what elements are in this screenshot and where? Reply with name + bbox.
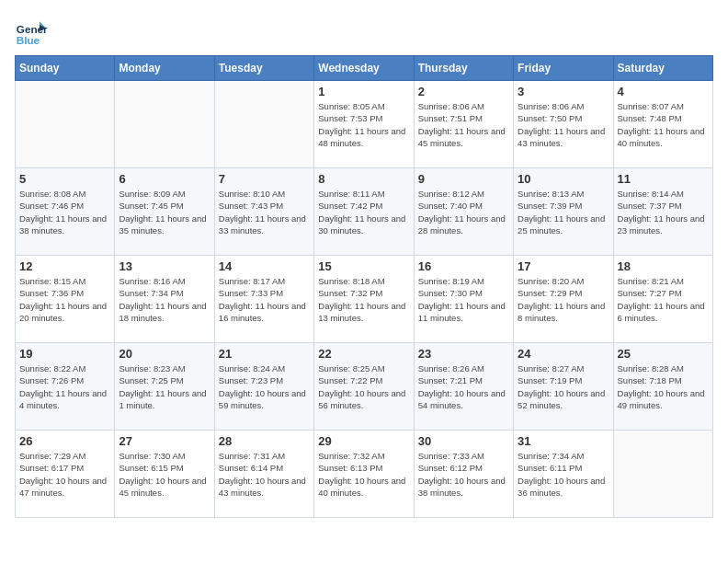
- empty-cell: [16, 81, 115, 168]
- day-cell-13: 13Sunrise: 8:16 AMSunset: 7:34 PMDayligh…: [115, 256, 214, 343]
- empty-cell: [214, 81, 313, 168]
- day-number: 24: [518, 347, 609, 361]
- day-number: 13: [119, 259, 210, 273]
- day-cell-14: 14Sunrise: 8:17 AMSunset: 7:33 PMDayligh…: [214, 256, 313, 343]
- empty-cell: [115, 81, 214, 168]
- day-number: 16: [418, 259, 509, 273]
- day-cell-19: 19Sunrise: 8:22 AMSunset: 7:26 PMDayligh…: [16, 343, 115, 431]
- day-number: 28: [219, 434, 310, 448]
- svg-text:Blue: Blue: [17, 34, 40, 46]
- day-info: Sunrise: 8:09 AMSunset: 7:45 PMDaylight:…: [119, 188, 210, 236]
- logo: General Blue: [15, 15, 48, 48]
- week-row-2: 5Sunrise: 8:08 AMSunset: 7:46 PMDaylight…: [16, 168, 713, 256]
- day-cell-21: 21Sunrise: 8:24 AMSunset: 7:23 PMDayligh…: [214, 343, 313, 431]
- empty-cell: [613, 431, 712, 518]
- day-cell-18: 18Sunrise: 8:21 AMSunset: 7:27 PMDayligh…: [613, 256, 712, 343]
- day-cell-29: 29Sunrise: 7:32 AMSunset: 6:13 PMDayligh…: [314, 431, 414, 518]
- day-number: 31: [518, 434, 609, 448]
- day-info: Sunrise: 8:12 AMSunset: 7:40 PMDaylight:…: [418, 188, 509, 236]
- day-info: Sunrise: 8:11 AMSunset: 7:42 PMDaylight:…: [318, 188, 409, 236]
- day-number: 17: [518, 259, 609, 273]
- day-info: Sunrise: 8:22 AMSunset: 7:26 PMDaylight:…: [19, 362, 110, 411]
- day-info: Sunrise: 8:18 AMSunset: 7:32 PMDaylight:…: [318, 275, 409, 324]
- day-cell-27: 27Sunrise: 7:30 AMSunset: 6:15 PMDayligh…: [115, 431, 214, 518]
- day-cell-7: 7Sunrise: 8:10 AMSunset: 7:43 PMDaylight…: [214, 168, 313, 256]
- day-number: 19: [19, 347, 110, 361]
- day-number: 10: [518, 172, 609, 186]
- col-header-thursday: Thursday: [414, 56, 513, 81]
- day-number: 3: [518, 85, 609, 98]
- day-info: Sunrise: 8:07 AMSunset: 7:48 PMDaylight:…: [618, 100, 709, 149]
- day-number: 29: [318, 434, 409, 448]
- day-cell-15: 15Sunrise: 8:18 AMSunset: 7:32 PMDayligh…: [314, 256, 414, 343]
- day-number: 9: [418, 172, 509, 186]
- day-number: 25: [618, 347, 709, 361]
- day-info: Sunrise: 8:25 AMSunset: 7:22 PMDaylight:…: [318, 362, 409, 411]
- col-header-tuesday: Tuesday: [214, 56, 313, 81]
- day-cell-26: 26Sunrise: 7:29 AMSunset: 6:17 PMDayligh…: [16, 431, 115, 518]
- day-number: 27: [119, 434, 210, 448]
- day-cell-2: 2Sunrise: 8:06 AMSunset: 7:51 PMDaylight…: [414, 81, 513, 168]
- day-info: Sunrise: 8:19 AMSunset: 7:30 PMDaylight:…: [418, 275, 509, 324]
- day-cell-31: 31Sunrise: 7:34 AMSunset: 6:11 PMDayligh…: [514, 431, 613, 518]
- day-info: Sunrise: 7:34 AMSunset: 6:11 PMDaylight:…: [518, 450, 609, 499]
- day-number: 11: [618, 172, 709, 186]
- col-header-sunday: Sunday: [16, 56, 115, 81]
- col-header-monday: Monday: [115, 56, 214, 81]
- day-info: Sunrise: 8:23 AMSunset: 7:25 PMDaylight:…: [119, 362, 210, 411]
- calendar: SundayMondayTuesdayWednesdayThursdayFrid…: [15, 55, 713, 518]
- day-number: 8: [318, 172, 409, 186]
- week-row-4: 19Sunrise: 8:22 AMSunset: 7:26 PMDayligh…: [16, 343, 713, 431]
- calendar-header-row: SundayMondayTuesdayWednesdayThursdayFrid…: [16, 56, 713, 81]
- day-number: 26: [19, 434, 110, 448]
- day-cell-6: 6Sunrise: 8:09 AMSunset: 7:45 PMDaylight…: [115, 168, 214, 256]
- day-number: 12: [19, 259, 110, 273]
- day-info: Sunrise: 8:24 AMSunset: 7:23 PMDaylight:…: [219, 362, 310, 411]
- day-info: Sunrise: 7:33 AMSunset: 6:12 PMDaylight:…: [418, 450, 509, 499]
- week-row-1: 1Sunrise: 8:05 AMSunset: 7:53 PMDaylight…: [16, 81, 713, 168]
- day-info: Sunrise: 8:06 AMSunset: 7:51 PMDaylight:…: [418, 100, 509, 149]
- day-number: 30: [418, 434, 509, 448]
- day-cell-16: 16Sunrise: 8:19 AMSunset: 7:30 PMDayligh…: [414, 256, 513, 343]
- day-number: 14: [219, 259, 310, 273]
- day-info: Sunrise: 8:16 AMSunset: 7:34 PMDaylight:…: [119, 275, 210, 324]
- day-cell-30: 30Sunrise: 7:33 AMSunset: 6:12 PMDayligh…: [414, 431, 513, 518]
- col-header-saturday: Saturday: [613, 56, 712, 81]
- day-cell-9: 9Sunrise: 8:12 AMSunset: 7:40 PMDaylight…: [414, 168, 513, 256]
- day-number: 15: [318, 259, 409, 273]
- day-number: 22: [318, 347, 409, 361]
- day-cell-11: 11Sunrise: 8:14 AMSunset: 7:37 PMDayligh…: [613, 168, 712, 256]
- day-cell-23: 23Sunrise: 8:26 AMSunset: 7:21 PMDayligh…: [414, 343, 513, 431]
- day-info: Sunrise: 8:15 AMSunset: 7:36 PMDaylight:…: [19, 275, 110, 324]
- day-cell-20: 20Sunrise: 8:23 AMSunset: 7:25 PMDayligh…: [115, 343, 214, 431]
- day-number: 7: [219, 172, 310, 186]
- day-cell-22: 22Sunrise: 8:25 AMSunset: 7:22 PMDayligh…: [314, 343, 414, 431]
- day-cell-4: 4Sunrise: 8:07 AMSunset: 7:48 PMDaylight…: [613, 81, 712, 168]
- day-number: 20: [119, 347, 210, 361]
- day-number: 6: [119, 172, 210, 186]
- day-cell-3: 3Sunrise: 8:06 AMSunset: 7:50 PMDaylight…: [514, 81, 613, 168]
- day-number: 1: [318, 85, 409, 98]
- day-cell-17: 17Sunrise: 8:20 AMSunset: 7:29 PMDayligh…: [514, 256, 613, 343]
- day-info: Sunrise: 8:13 AMSunset: 7:39 PMDaylight:…: [518, 188, 609, 236]
- page-header: General Blue: [15, 15, 713, 48]
- day-info: Sunrise: 8:21 AMSunset: 7:27 PMDaylight:…: [618, 275, 709, 324]
- day-number: 18: [618, 259, 709, 273]
- day-info: Sunrise: 7:29 AMSunset: 6:17 PMDaylight:…: [19, 450, 110, 499]
- col-header-wednesday: Wednesday: [314, 56, 414, 81]
- week-row-3: 12Sunrise: 8:15 AMSunset: 7:36 PMDayligh…: [16, 256, 713, 343]
- day-info: Sunrise: 8:10 AMSunset: 7:43 PMDaylight:…: [219, 188, 310, 236]
- day-cell-1: 1Sunrise: 8:05 AMSunset: 7:53 PMDaylight…: [314, 81, 414, 168]
- day-info: Sunrise: 7:31 AMSunset: 6:14 PMDaylight:…: [219, 450, 310, 499]
- day-info: Sunrise: 8:17 AMSunset: 7:33 PMDaylight:…: [219, 275, 310, 324]
- day-number: 4: [618, 85, 709, 98]
- day-info: Sunrise: 8:05 AMSunset: 7:53 PMDaylight:…: [318, 100, 409, 149]
- day-info: Sunrise: 7:32 AMSunset: 6:13 PMDaylight:…: [318, 450, 409, 499]
- day-cell-8: 8Sunrise: 8:11 AMSunset: 7:42 PMDaylight…: [314, 168, 414, 256]
- day-cell-12: 12Sunrise: 8:15 AMSunset: 7:36 PMDayligh…: [16, 256, 115, 343]
- day-info: Sunrise: 7:30 AMSunset: 6:15 PMDaylight:…: [119, 450, 210, 499]
- day-number: 2: [418, 85, 509, 98]
- day-info: Sunrise: 8:27 AMSunset: 7:19 PMDaylight:…: [518, 362, 609, 411]
- day-number: 5: [19, 172, 110, 186]
- day-info: Sunrise: 8:20 AMSunset: 7:29 PMDaylight:…: [518, 275, 609, 324]
